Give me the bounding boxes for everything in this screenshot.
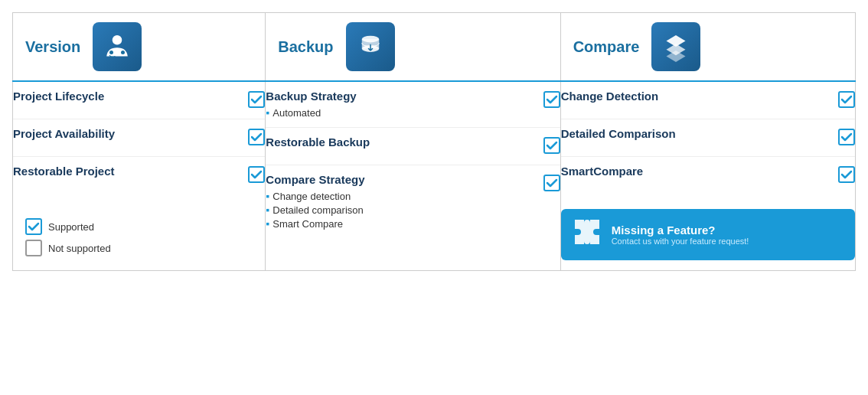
version-header: Version [13,13,265,80]
svg-marker-8 [667,51,686,62]
legend-supported-label: Supported [48,221,94,233]
version-content: Project Lifecycle Project Availability R… [13,81,266,271]
checked-icon [248,166,265,183]
feature-label: SmartCompare [561,165,829,178]
legend-unchecked-icon [25,240,42,256]
feature-row: Detailed Comparison [561,119,855,157]
svg-point-1 [109,51,113,54]
feature-row: Backup StrategyAutomated [266,82,560,128]
feature-label: Project Availability [13,127,239,140]
legend-supported: Supported [25,218,253,235]
feature-check-icon [543,91,560,111]
feature-row: Project Availability [13,119,265,157]
feature-label: Restorable Backup [266,135,534,149]
missing-feature-text: Missing a Feature? Contact us with your … [612,224,749,246]
checked-icon [248,91,265,108]
feature-block: Restorable Backup [266,135,534,149]
svg-point-2 [121,51,125,54]
feature-label: Detailed Comparison [561,127,829,140]
feature-block: Project Lifecycle [13,90,239,103]
version-title: Version [25,38,80,56]
svg-rect-13 [26,240,41,256]
feature-label: Change Detection [561,90,829,103]
feature-block: SmartCompare [561,165,829,178]
checked-icon [543,91,560,108]
version-icon [102,31,132,62]
compare-content: Change Detection Detailed Comparison Sma… [560,81,855,271]
table-header: Version Backup [13,13,856,82]
compare-features-list: Change Detection Detailed Comparison Sma… [561,82,855,194]
feature-row: Restorable Project [13,157,265,194]
missing-feature-subtitle: Contact us with your feature request! [612,237,749,246]
feature-label: Compare Strategy [266,173,534,186]
missing-feature-banner[interactable]: Missing a Feature? Contact us with your … [561,209,855,260]
feature-row: SmartCompare [561,157,855,194]
feature-check-icon [838,91,855,111]
feature-block: Change Detection [561,90,829,103]
checked-icon [543,175,560,191]
feature-block: Restorable Project [13,165,239,178]
legend-area: Supported Not supported [13,209,265,270]
missing-feature-title: Missing a Feature? [612,224,749,237]
checked-icon [248,129,265,145]
version-features-list: Project Lifecycle Project Availability R… [13,82,265,194]
backup-header: Backup [266,13,560,80]
feature-check-icon [543,137,560,157]
backup-content: Backup StrategyAutomated Restorable Back… [266,81,560,271]
feature-sub-item: Automated [266,106,534,119]
version-icon-box [93,22,142,71]
feature-check-icon [543,175,560,194]
backup-title: Backup [278,38,333,56]
feature-label: Backup Strategy [266,90,534,103]
legend-checked-icon [25,218,42,235]
compare-header: Compare [561,13,855,80]
feature-sub-list: Automated [266,106,534,119]
feature-row: Change Detection [561,82,855,119]
table-content-row: Project Lifecycle Project Availability R… [13,81,856,271]
feature-check-icon [838,166,855,186]
backup-icon [355,31,386,62]
feature-check-icon [248,166,265,186]
legend-not-supported: Not supported [25,240,253,256]
feature-check-icon [248,91,265,111]
backup-features-list: Backup StrategyAutomated Restorable Back… [266,82,560,238]
feature-block: Detailed Comparison [561,127,829,140]
feature-row: Compare StrategyChange detectionDetailed… [266,165,560,238]
feature-row: Project Lifecycle [13,82,265,119]
legend-not-supported-label: Not supported [48,243,111,254]
feature-check-icon [248,129,265,149]
checked-icon [838,166,855,183]
feature-sub-item: Smart Compare [266,217,534,230]
feature-label: Restorable Project [13,165,239,178]
puzzle-icon [572,217,602,253]
feature-row: Restorable Backup [266,128,560,165]
checked-icon [838,91,855,108]
puzzle-svg [572,217,602,247]
feature-check-icon [838,129,855,149]
feature-sub-item: Detailed comparison [266,203,534,217]
feature-block: Project Availability [13,127,239,140]
compare-icon [661,31,691,62]
svg-point-0 [113,35,122,45]
feature-sub-list: Change detectionDetailed comparisonSmart… [266,189,534,230]
feature-label: Project Lifecycle [13,90,239,103]
checked-icon [838,129,855,145]
checked-icon [543,137,560,154]
backup-icon-box [346,22,395,71]
feature-block: Compare StrategyChange detectionDetailed… [266,173,534,230]
feature-block: Backup StrategyAutomated [266,90,534,119]
feature-sub-item: Change detection [266,189,534,203]
compare-title: Compare [573,38,640,56]
compare-icon-box [651,22,700,71]
